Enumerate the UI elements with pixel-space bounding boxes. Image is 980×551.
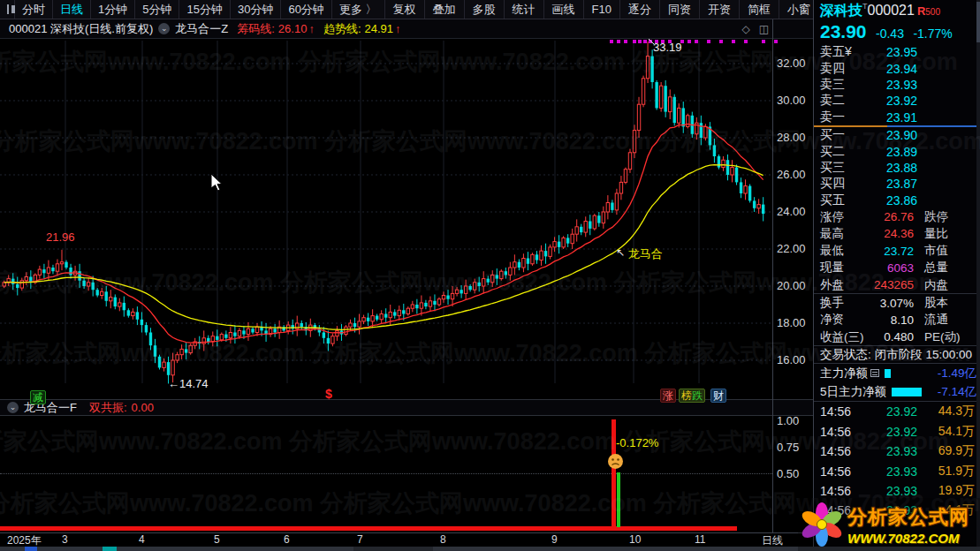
y-tick-18.00: 18.00 [777, 316, 806, 329]
stock-code[interactable]: 000021 [868, 3, 915, 18]
annotation-peak-high: 33.19 [653, 41, 682, 54]
list-icon[interactable] [870, 369, 879, 377]
trade-time: 14:56 [820, 444, 862, 458]
chevron-down-icon[interactable]: ⌄ [158, 23, 170, 34]
chip-line-label: 筹码线: [237, 21, 275, 37]
layout-icon[interactable] [7, 4, 9, 14]
taskbar-fragment [353, 547, 433, 551]
badge-die-label: 跌 [692, 389, 703, 402]
buy-price: 23.88 [866, 161, 917, 175]
buy-price: 23.90 [866, 128, 917, 142]
trend-line-label: 趋势线: [323, 21, 361, 37]
x-tick-8: 8 [440, 533, 446, 546]
main-net-value: -1.49亿 [938, 366, 976, 381]
spike-percent-label: -0.172% [616, 436, 658, 449]
trade-price: 23.92 [862, 404, 917, 419]
sell-row-1[interactable]: 卖一23.91 [814, 109, 980, 125]
stat-label: 换手 [820, 295, 859, 311]
menu-tool-1[interactable]: 叠加 [424, 0, 464, 19]
sell-row-3[interactable]: 卖三23.93 [814, 77, 980, 93]
logo-url[interactable]: WWW.70822.COM [847, 531, 969, 546]
dotted-gridline [0, 473, 772, 474]
buy-price: 23.86 [866, 193, 917, 208]
stat-value: 6063 [859, 261, 914, 275]
menu-tab-0[interactable]: 分时 [14, 0, 52, 19]
sell-row-5[interactable]: 卖五¥23.95 [814, 44, 980, 60]
candlestick-chart[interactable] [0, 19, 813, 403]
indicator-name[interactable]: 龙马合一Z [175, 21, 228, 37]
menu-tab-6[interactable]: 60分钟 [280, 0, 330, 19]
symbol-title: 000021 深科技(日线.前复权) [9, 21, 153, 37]
trade-status-value: 闭市阶段 15:00:00 [875, 347, 972, 363]
buy-row-5[interactable]: 买五23.86 [814, 192, 980, 208]
trade-volume: 44.3万 [938, 404, 975, 419]
sell-label: 卖一 [820, 109, 866, 125]
buy-label: 买五 [820, 192, 866, 208]
badge-bangdie[interactable]: 榜跌 [679, 389, 705, 403]
last-price: 23.90 [820, 21, 867, 42]
chip-line-value: 26.10 [278, 22, 308, 35]
main-net5-value: -7.14亿 [938, 384, 976, 400]
split-window-icon[interactable]: ◫ [759, 23, 769, 35]
main-net5-bar [892, 388, 922, 396]
buy-row-2[interactable]: 买二23.89 [814, 143, 980, 159]
chart-header: 000021 深科技(日线.前复权) ⌄ 龙马合一Z 筹码线: 26.10 ↑ … [0, 19, 813, 39]
menu-tool-3[interactable]: 统计 [504, 0, 543, 19]
menu-tab-4[interactable]: 15分钟 [179, 0, 229, 19]
menu-tab-5[interactable]: 30分钟 [230, 0, 280, 19]
panel-scrollbar[interactable] [976, 0, 980, 551]
sell-price: 23.95 [866, 45, 917, 59]
stat-label2: 量比 [924, 226, 948, 242]
taskbar-fragment [25, 547, 37, 551]
stat-value: 243265 [859, 278, 914, 291]
menu-tool-8[interactable]: 开资 [699, 0, 739, 19]
trade-price: 23.93 [862, 464, 917, 479]
x-tick-6: 6 [284, 533, 290, 546]
sell-label: 卖二 [820, 93, 866, 109]
sell-row-2[interactable]: 卖二23.92 [814, 93, 980, 109]
sub-y-tick-0.50: 0.50 [777, 467, 799, 480]
main-net-bar [885, 369, 891, 378]
menu-tool-6[interactable]: 逐分 [619, 0, 659, 19]
menu-tab-7[interactable]: 更多 〉 [331, 0, 384, 19]
stock-name[interactable]: 深科技 [820, 3, 862, 18]
y-tick-22.00: 22.00 [777, 242, 806, 255]
badge-jian[interactable]: 减 [30, 390, 46, 404]
sell-row-4[interactable]: 卖四23.94 [814, 60, 980, 76]
menu-tool-7[interactable]: 同资 [659, 0, 699, 19]
buy-row-1[interactable]: 买一23.90 [814, 127, 980, 143]
diamond-icon[interactable]: ◇ [741, 23, 749, 35]
x-tick-9: 9 [551, 533, 558, 546]
stat-label2: 流通 [924, 312, 948, 328]
sell-price: 23.91 [866, 110, 917, 125]
trade-time: 14:56 [820, 404, 862, 419]
y-axis-line [772, 19, 773, 533]
menu-tool-9[interactable]: 简框 [739, 0, 779, 19]
buy-row-3[interactable]: 买三23.88 [814, 160, 980, 176]
menu-tab-2[interactable]: 1分钟 [90, 0, 134, 19]
badge-zhang[interactable]: 涨 [660, 389, 676, 403]
y-tick-16.00: 16.00 [777, 353, 806, 366]
buy-row-4[interactable]: 买四23.87 [814, 176, 980, 192]
trading-app-window: 分时日线1分钟5分钟15分钟30分钟60分钟更多 〉 复权叠加多股统计画线F10… [0, 0, 980, 551]
trend-up-arrow-icon: ↑ [395, 22, 401, 35]
y-tick-20.00: 20.00 [777, 279, 806, 292]
stat-label: 净资 [820, 312, 859, 328]
x-tick-4: 4 [139, 533, 145, 546]
trade-price: 23.92 [862, 425, 917, 439]
menu-tool-2[interactable]: 多股 [464, 0, 504, 19]
menu-tool-0[interactable]: 复权 [384, 0, 424, 19]
buy-label: 买二 [820, 144, 866, 160]
badge-bang-label: 榜 [681, 389, 692, 402]
logo-title: 分析家公式网 [847, 504, 969, 531]
menu-tool-5[interactable]: F10 [583, 0, 619, 19]
chevron-down-icon[interactable]: ⌄ [7, 402, 19, 413]
menu-tab-1[interactable]: 日线 [52, 0, 90, 19]
trade-price: 23.93 [862, 444, 917, 458]
menu-tool-4[interactable]: 画线 [543, 0, 583, 19]
menu-tab-3[interactable]: 5分钟 [134, 0, 179, 19]
trade-time: 14:56 [820, 484, 862, 498]
badge-cai[interactable]: 财 [710, 389, 726, 403]
stat-row-6: 净资8.10流通 [814, 312, 980, 328]
badge-dollar[interactable]: $ [323, 388, 334, 400]
